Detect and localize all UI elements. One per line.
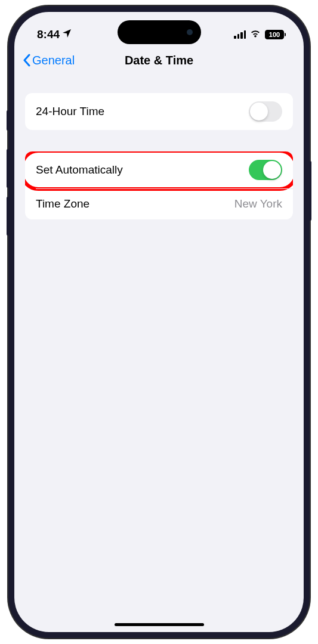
phone-frame: 8:44 100 [8,6,310,638]
battery-level: 100 [269,31,280,38]
toggle-knob [263,161,281,179]
row-value: New York [234,197,282,210]
back-button[interactable]: General [23,54,75,67]
toggle-knob [250,103,268,120]
cellular-signal-icon [234,30,246,39]
toggle-24-hour-time[interactable] [249,101,282,122]
toggle-set-automatically[interactable] [249,160,282,180]
location-services-icon [62,29,72,41]
page-title: Date & Time [125,54,193,67]
row-label: Set Automatically [36,163,123,177]
dynamic-island [118,20,201,44]
volume-down-button [7,197,9,236]
phone-screen: 8:44 100 [14,12,304,632]
status-left: 8:44 [37,28,72,41]
chevron-left-icon [23,54,31,67]
status-time: 8:44 [37,28,60,41]
power-button [309,161,311,221]
navigation-bar: General Date & Time [14,47,304,76]
home-indicator[interactable] [115,623,204,626]
row-24-hour-time[interactable]: 24-Hour Time [25,93,293,130]
volume-up-button [7,149,9,188]
row-label: Time Zone [36,197,89,210]
wifi-icon [249,29,261,41]
content-area: 24-Hour Time Set Automatically Time Zone [14,76,304,219]
row-time-zone[interactable]: Time Zone New York [25,188,293,219]
settings-group-automatic: Set Automatically Time Zone New York [25,151,293,219]
row-set-automatically[interactable]: Set Automatically [25,151,293,188]
settings-group-24hour: 24-Hour Time [25,93,293,130]
silent-switch [7,110,9,131]
battery-icon: 100 [265,30,286,39]
row-label: 24-Hour Time [36,105,104,118]
status-right: 100 [234,29,286,41]
back-label: General [32,54,75,67]
